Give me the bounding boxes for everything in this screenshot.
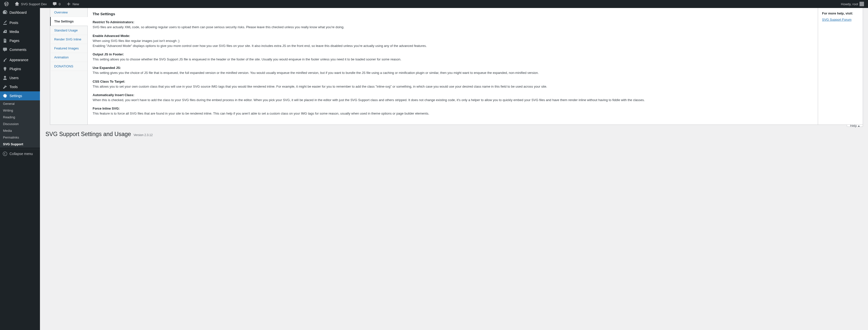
menu-plugins[interactable]: Plugins (0, 64, 40, 73)
main-content: Overview The Settings Standard Usage Ren… (40, 8, 868, 330)
help-tab-animation[interactable]: Animation (50, 53, 87, 62)
admin-sidebar: Dashboard Posts Media Pages Comments App… (0, 8, 40, 330)
help-content: The Settings Restrict To Administrators:… (88, 8, 818, 125)
site-name-menu[interactable]: SVG Support Dev (12, 0, 49, 8)
account-menu[interactable]: Howdy, root (839, 0, 866, 8)
settings-submenu: General Writing Reading Discussion Media… (0, 100, 40, 147)
collapse-icon (2, 151, 7, 156)
help-tab-featured-images[interactable]: Featured Images (50, 44, 87, 53)
help-content-title: The Settings (93, 11, 813, 17)
submenu-reading[interactable]: Reading (0, 114, 40, 121)
menu-posts[interactable]: Posts (0, 18, 40, 27)
submenu-svg-support[interactable]: SVG Support (0, 141, 40, 147)
help-side-heading: For more help, visit: (822, 11, 859, 15)
site-name-label: SVG Support Dev (21, 2, 47, 6)
submenu-writing[interactable]: Writing (0, 107, 40, 114)
menu-appearance[interactable]: Appearance (0, 56, 40, 64)
help-tab-the-settings[interactable]: The Settings (50, 17, 88, 26)
help-tab-render-svg-inline[interactable]: Render SVG Inline (50, 35, 87, 44)
menu-label: Comments (9, 48, 27, 52)
appearance-icon (2, 57, 7, 62)
help-toggle[interactable]: Help ▴ (847, 125, 863, 127)
posts-icon (2, 20, 7, 25)
submenu-general[interactable]: General (0, 100, 40, 107)
menu-label: Tools (9, 85, 18, 89)
new-label: New (73, 2, 79, 6)
comments-menu[interactable]: 0 (50, 0, 62, 8)
section-heading: CSS Class To Target: (93, 79, 125, 84)
help-tab-donations[interactable]: DONATIONS (50, 62, 87, 71)
pages-icon (2, 38, 7, 43)
section-heading: Automatically Insert Class: (93, 93, 134, 97)
admin-bar-left: SVG Support Dev 0 New (2, 0, 81, 8)
menu-settings[interactable]: Settings (0, 91, 40, 100)
menu-label: Users (9, 76, 19, 80)
menu-comments[interactable]: Comments (0, 45, 40, 54)
comment-icon (52, 1, 57, 6)
section-body: This setting allows you to choose whethe… (93, 57, 401, 61)
admin-bar: SVG Support Dev 0 New Howdy, root (0, 0, 868, 8)
settings-icon (2, 93, 7, 98)
section-body: This feature is to force all SVG files t… (93, 111, 429, 115)
svg-support-forum-link[interactable]: SVG Support Forum (822, 18, 851, 22)
menu-label: Pages (9, 39, 20, 43)
help-panel: Overview The Settings Standard Usage Ren… (50, 8, 863, 125)
menu-pages[interactable]: Pages (0, 36, 40, 45)
howdy-label: Howdy, root (841, 2, 858, 6)
avatar (860, 2, 864, 6)
submenu-discussion[interactable]: Discussion (0, 121, 40, 127)
comments-icon (2, 47, 7, 52)
wp-logo-menu[interactable] (2, 0, 11, 8)
svg-point-0 (3, 152, 7, 156)
users-icon (2, 75, 7, 80)
menu-media[interactable]: Media (0, 27, 40, 36)
help-tab-overview[interactable]: Overview (50, 8, 87, 17)
section-body: This setting gives you the choice of JS … (93, 71, 539, 75)
section-heading: Enable Advanced Mode: (93, 34, 130, 38)
menu-label: Media (9, 30, 19, 34)
media-icon (2, 29, 7, 34)
comments-count: 0 (59, 2, 60, 6)
help-tab-standard-usage[interactable]: Standard Usage (50, 26, 87, 35)
menu-label: Plugins (9, 67, 21, 71)
page-title: SVG Support Settings and Usage (45, 131, 131, 137)
tools-icon (2, 85, 7, 89)
menu-label: Dashboard (9, 10, 27, 14)
menu-dashboard[interactable]: Dashboard (0, 8, 40, 17)
menu-users[interactable]: Users (0, 73, 40, 82)
new-content-menu[interactable]: New (64, 0, 81, 8)
section-heading: Restrict To Administrators: (93, 20, 134, 24)
section-body: When using SVG files like regular images… (93, 39, 427, 48)
submenu-permalinks[interactable]: Permalinks (0, 134, 40, 141)
admin-bar-right: Howdy, root (839, 0, 866, 8)
help-toggle-label: Help (850, 124, 857, 128)
help-tabs: Overview The Settings Standard Usage Ren… (50, 8, 88, 125)
home-icon (14, 1, 20, 6)
submenu-media[interactable]: Media (0, 127, 40, 134)
section-heading: Use Expanded JS: (93, 66, 121, 70)
page-version: Version 2.3.12 (133, 133, 153, 137)
plugins-icon (2, 66, 7, 71)
help-sidebar: For more help, visit: SVG Support Forum (818, 8, 863, 125)
menu-label: Appearance (9, 58, 28, 62)
section-body: When this is checked, you won't have to … (93, 98, 645, 102)
plus-icon (66, 1, 71, 6)
caret-up-icon: ▴ (858, 124, 860, 128)
wordpress-logo-icon (4, 1, 9, 6)
page-title-row: SVG Support Settings and Usage Version 2… (45, 131, 863, 137)
section-heading: Output JS in Footer: (93, 53, 124, 56)
menu-tools[interactable]: Tools (0, 82, 40, 91)
menu-label: Posts (9, 21, 18, 25)
section-body: SVG files are actually XML code, so allo… (93, 25, 344, 29)
dashboard-icon (2, 10, 7, 15)
collapse-label: Collapse menu (9, 152, 33, 156)
menu-label: Settings (9, 94, 22, 98)
collapse-menu[interactable]: Collapse menu (0, 149, 40, 158)
section-body: This allows you to set your own custom c… (93, 85, 547, 88)
section-heading: Force Inline SVG: (93, 107, 120, 110)
